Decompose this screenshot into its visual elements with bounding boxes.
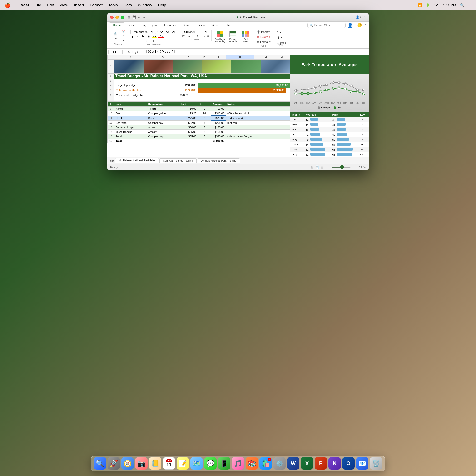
fill-color-button[interactable]: A▾ xyxy=(152,34,157,38)
menu-icon[interactable]: ☰ xyxy=(468,3,471,7)
col-c[interactable]: C xyxy=(179,55,198,60)
dock-notes[interactable]: 📝 xyxy=(177,457,189,470)
save-icon[interactable]: 💾 xyxy=(132,16,136,19)
scroll-right-icon[interactable]: ▶ xyxy=(112,159,115,162)
scroll-left-icon[interactable]: ◀ xyxy=(109,159,111,162)
underline-button[interactable]: U▾ xyxy=(140,34,145,38)
confirm-formula-icon[interactable]: ✓ xyxy=(131,50,134,54)
align-right-button[interactable]: ≡ xyxy=(140,39,144,43)
redo-icon[interactable]: ↪ xyxy=(143,16,145,19)
copy-button[interactable]: ⎘ xyxy=(121,34,126,38)
sheet-nav-arrows[interactable]: ◀ ▶ xyxy=(109,159,115,162)
percent-button[interactable]: % xyxy=(186,34,191,38)
table-row[interactable]: 13 Dinner at lodge Amount $60.00 3 $180.… xyxy=(108,125,290,130)
undo-icon[interactable]: ↩ xyxy=(138,16,141,19)
conditional-formatting-button[interactable]: ConditionalFormatting xyxy=(214,30,226,43)
cell-reference-box[interactable] xyxy=(108,50,122,54)
dock-messages[interactable]: 💬 xyxy=(204,457,217,470)
dock-itunes[interactable]: 🎵 xyxy=(232,457,244,470)
apple-menu[interactable]: 🍎 xyxy=(5,2,11,8)
format-as-table-button[interactable]: Formatas Table xyxy=(227,30,239,43)
dock-finder[interactable]: 🔍 xyxy=(94,457,106,470)
dock-contacts[interactable]: 📒 xyxy=(149,457,161,470)
minus-zoom-icon[interactable]: － xyxy=(326,165,329,169)
share-icon[interactable]: 👤+ xyxy=(356,16,361,19)
sort-filter-button[interactable]: ⇅ Sort &Filter ▾ xyxy=(276,41,288,47)
dock-calendar[interactable]: JUN 11 xyxy=(163,457,175,470)
font-color-button[interactable]: A▾ xyxy=(158,34,164,38)
insert-function-icon[interactable]: ƒx xyxy=(135,50,138,54)
cut-button[interactable]: ✂️ xyxy=(121,30,126,34)
collapse-ribbon-icon[interactable]: ⌃ xyxy=(364,23,367,27)
tab-home[interactable]: Home xyxy=(109,22,124,28)
increase-decimal-button[interactable]: .0→ xyxy=(195,34,202,38)
col-d[interactable]: D xyxy=(198,55,211,60)
align-left-button[interactable]: ≡ xyxy=(130,39,134,43)
italic-button[interactable]: I xyxy=(136,35,139,38)
col-i[interactable]: I xyxy=(285,55,290,60)
tab-insert[interactable]: Insert xyxy=(124,23,138,28)
tab-review[interactable]: Review xyxy=(192,23,208,28)
dock-email[interactable]: 📧 xyxy=(356,457,368,470)
dock-onenote[interactable]: N xyxy=(328,457,341,470)
table-row[interactable]: 14 Miscellaneous Amount $55.00 3 $165.00 xyxy=(108,130,290,134)
dollar-button[interactable]: $▾ xyxy=(181,34,186,38)
plus-zoom-icon[interactable]: ＋ xyxy=(354,165,356,169)
table-row[interactable]: 11 Hotel Room $225.00 3 $675.00 Lodge in… xyxy=(108,116,290,120)
zoom-slider[interactable] xyxy=(332,167,351,168)
sheet-tab-olympic[interactable]: Olympic National Park - fishing xyxy=(197,158,240,163)
sheet-tab-rainier[interactable]: Mt. Rainier National Park-hike xyxy=(115,158,159,163)
close-button[interactable] xyxy=(110,16,114,19)
dock-maps[interactable]: 🗺️ xyxy=(190,457,203,470)
col-b[interactable]: B xyxy=(147,55,179,60)
travel-budget-title-cell[interactable]: Travel Budget - Mt. Rainier National Par… xyxy=(114,73,290,79)
font-size-select[interactable]: 10 xyxy=(155,30,164,34)
menu-insert[interactable]: Insert xyxy=(74,3,84,8)
dock-word[interactable]: W xyxy=(287,457,299,470)
add-sheet-button[interactable]: + xyxy=(240,159,246,163)
insert-cells-button[interactable]: ➕ Insert ▾ xyxy=(255,30,272,34)
menu-help[interactable]: Help xyxy=(158,3,166,8)
number-format-select[interactable]: Currency xyxy=(182,30,208,34)
tab-page-layout[interactable]: Page Layout xyxy=(138,23,161,28)
font-family-select[interactable]: Trebuchet M... xyxy=(130,30,154,34)
border-button[interactable]: ⊞ xyxy=(146,34,151,38)
minimize-button[interactable] xyxy=(116,16,119,19)
format-cells-button[interactable]: ⚙ Format ▾ xyxy=(255,40,272,44)
account-icon[interactable]: 👤+ xyxy=(347,23,355,28)
tab-table[interactable]: Table xyxy=(221,23,235,28)
spotlight-icon[interactable]: 🔍 xyxy=(460,3,464,7)
dock-trash[interactable]: 🗑️ xyxy=(370,457,382,470)
dock-appstore[interactable]: 🛍️ 1 xyxy=(259,457,272,470)
format-painter-button[interactable]: 🖌 xyxy=(121,38,126,42)
page-layout-view-icon[interactable]: 📄 xyxy=(315,165,319,169)
align-center-button[interactable]: ≡ xyxy=(135,39,139,43)
dock-launchpad[interactable]: 🚀 xyxy=(108,457,120,470)
col-f[interactable]: F xyxy=(226,55,255,60)
merge-button[interactable]: ⊡ xyxy=(151,39,155,43)
table-row[interactable]: 10 Gas Cost per gallon $3.25 96 $312.00 … xyxy=(108,111,290,116)
cancel-formula-icon[interactable]: ✕ xyxy=(127,50,130,54)
table-row[interactable]: 9 Airfare Tickets $0.00 0 $0.00 xyxy=(108,107,290,111)
tab-data[interactable]: Data xyxy=(179,23,192,28)
menu-view[interactable]: View xyxy=(60,3,68,8)
search-sheet-input[interactable] xyxy=(314,24,350,27)
font-shrink-button[interactable]: A↓ xyxy=(171,30,177,34)
col-e[interactable]: E xyxy=(211,55,226,60)
comma-button[interactable]: , xyxy=(192,34,195,38)
col-g[interactable]: G xyxy=(255,55,278,60)
tab-view[interactable]: View xyxy=(208,23,221,28)
sheet-tab-san-juan[interactable]: San Juan Islands - sailing xyxy=(159,158,196,163)
font-grow-button[interactable]: A↑ xyxy=(165,30,170,34)
dock-safari[interactable]: 🧭 xyxy=(121,457,134,470)
dock-excel[interactable]: X xyxy=(301,457,313,470)
menu-file[interactable]: File xyxy=(34,3,41,8)
table-row[interactable]: 15 Food Cost per day $65.00 6 $390.00 4 … xyxy=(108,134,290,139)
search-sheet-box[interactable]: 🔍 xyxy=(307,23,346,28)
menu-edit[interactable]: Edit xyxy=(47,3,54,8)
autosum-button[interactable]: Σ ▾ xyxy=(276,30,288,35)
col-h[interactable]: H xyxy=(278,55,285,60)
tab-formulas[interactable]: Formulas xyxy=(161,23,179,28)
menu-excel[interactable]: Excel xyxy=(18,3,29,8)
sidebar-toggle-icon[interactable]: ⊟ xyxy=(128,16,130,19)
